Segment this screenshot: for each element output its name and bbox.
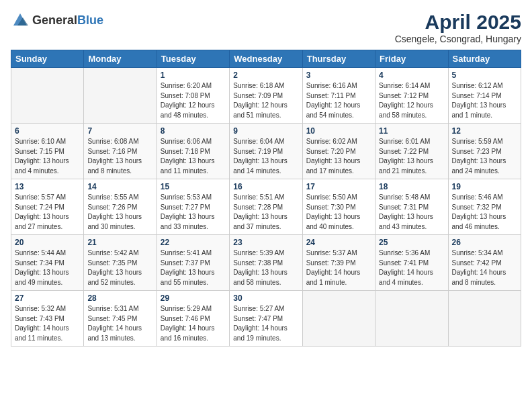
day-cell: 20Sunrise: 5:44 AM Sunset: 7:34 PM Dayli… xyxy=(11,235,84,291)
week-row-4: 20Sunrise: 5:44 AM Sunset: 7:34 PM Dayli… xyxy=(11,235,521,291)
day-cell: 4Sunrise: 6:14 AM Sunset: 7:12 PM Daylig… xyxy=(375,68,448,124)
day-number: 3 xyxy=(306,71,371,80)
day-number: 1 xyxy=(161,71,226,80)
day-detail: Sunrise: 5:39 AM Sunset: 7:38 PM Dayligh… xyxy=(233,248,298,287)
day-number: 20 xyxy=(15,238,80,247)
day-detail: Sunrise: 5:57 AM Sunset: 7:24 PM Dayligh… xyxy=(15,193,80,232)
day-cell: 11Sunrise: 6:01 AM Sunset: 7:22 PM Dayli… xyxy=(375,124,448,179)
day-number: 10 xyxy=(306,126,371,136)
day-cell: 7Sunrise: 6:08 AM Sunset: 7:16 PM Daylig… xyxy=(84,124,157,179)
title-block: April 2025 Csengele, Csongrad, Hungary xyxy=(395,11,521,44)
day-cell: 6Sunrise: 6:10 AM Sunset: 7:15 PM Daylig… xyxy=(11,124,84,179)
day-cell: 8Sunrise: 6:06 AM Sunset: 7:18 PM Daylig… xyxy=(157,124,229,179)
day-number: 21 xyxy=(87,238,152,247)
day-cell xyxy=(375,291,448,347)
day-cell: 28Sunrise: 5:31 AM Sunset: 7:45 PM Dayli… xyxy=(84,291,157,347)
calendar-table: SundayMondayTuesdayWednesdayThursdayFrid… xyxy=(11,50,521,347)
page-header: GeneralBlue April 2025 Csengele, Csongra… xyxy=(11,11,521,44)
day-cell: 25Sunrise: 5:36 AM Sunset: 7:41 PM Dayli… xyxy=(375,235,448,291)
day-detail: Sunrise: 6:16 AM Sunset: 7:11 PM Dayligh… xyxy=(306,81,371,120)
day-number: 14 xyxy=(87,182,152,191)
day-cell: 27Sunrise: 5:32 AM Sunset: 7:43 PM Dayli… xyxy=(11,291,84,347)
day-detail: Sunrise: 5:50 AM Sunset: 7:30 PM Dayligh… xyxy=(306,193,371,232)
logo-icon xyxy=(11,11,30,30)
day-detail: Sunrise: 5:36 AM Sunset: 7:41 PM Dayligh… xyxy=(379,248,444,287)
month-title: April 2025 xyxy=(395,11,521,34)
day-detail: Sunrise: 5:27 AM Sunset: 7:47 PM Dayligh… xyxy=(233,304,298,343)
day-detail: Sunrise: 5:51 AM Sunset: 7:28 PM Dayligh… xyxy=(233,193,298,232)
day-detail: Sunrise: 6:20 AM Sunset: 7:08 PM Dayligh… xyxy=(161,81,226,120)
day-cell: 21Sunrise: 5:42 AM Sunset: 7:35 PM Dayli… xyxy=(84,235,157,291)
location-title: Csengele, Csongrad, Hungary xyxy=(395,34,521,44)
day-detail: Sunrise: 6:06 AM Sunset: 7:18 PM Dayligh… xyxy=(161,137,226,176)
day-cell xyxy=(84,68,157,124)
weekday-header-monday: Monday xyxy=(84,50,157,68)
day-cell: 26Sunrise: 5:34 AM Sunset: 7:42 PM Dayli… xyxy=(448,235,521,291)
day-detail: Sunrise: 6:08 AM Sunset: 7:16 PM Dayligh… xyxy=(87,137,152,176)
day-detail: Sunrise: 5:42 AM Sunset: 7:35 PM Dayligh… xyxy=(87,248,152,287)
day-number: 8 xyxy=(161,126,226,136)
day-detail: Sunrise: 5:41 AM Sunset: 7:37 PM Dayligh… xyxy=(161,248,226,287)
day-cell: 12Sunrise: 5:59 AM Sunset: 7:23 PM Dayli… xyxy=(448,124,521,179)
day-number: 30 xyxy=(233,293,298,303)
day-detail: Sunrise: 5:31 AM Sunset: 7:45 PM Dayligh… xyxy=(87,304,152,343)
day-cell: 15Sunrise: 5:53 AM Sunset: 7:27 PM Dayli… xyxy=(157,179,229,235)
week-row-2: 6Sunrise: 6:10 AM Sunset: 7:15 PM Daylig… xyxy=(11,124,521,179)
day-detail: Sunrise: 6:12 AM Sunset: 7:14 PM Dayligh… xyxy=(452,81,517,120)
day-detail: Sunrise: 5:29 AM Sunset: 7:46 PM Dayligh… xyxy=(161,304,226,343)
day-cell xyxy=(448,291,521,347)
logo: GeneralBlue xyxy=(11,11,103,30)
day-cell: 9Sunrise: 6:04 AM Sunset: 7:19 PM Daylig… xyxy=(230,124,302,179)
day-detail: Sunrise: 5:37 AM Sunset: 7:39 PM Dayligh… xyxy=(306,248,371,287)
weekday-header-row: SundayMondayTuesdayWednesdayThursdayFrid… xyxy=(11,50,521,68)
day-detail: Sunrise: 6:14 AM Sunset: 7:12 PM Dayligh… xyxy=(379,81,444,120)
day-number: 5 xyxy=(452,71,517,80)
day-cell xyxy=(11,68,84,124)
day-number: 28 xyxy=(87,293,152,303)
day-detail: Sunrise: 5:59 AM Sunset: 7:23 PM Dayligh… xyxy=(452,137,517,176)
day-detail: Sunrise: 5:46 AM Sunset: 7:32 PM Dayligh… xyxy=(452,193,517,232)
day-number: 11 xyxy=(379,126,444,136)
day-number: 17 xyxy=(306,182,371,191)
day-cell: 29Sunrise: 5:29 AM Sunset: 7:46 PM Dayli… xyxy=(157,291,229,347)
day-cell: 1Sunrise: 6:20 AM Sunset: 7:08 PM Daylig… xyxy=(157,68,229,124)
day-number: 19 xyxy=(452,182,517,191)
day-cell: 13Sunrise: 5:57 AM Sunset: 7:24 PM Dayli… xyxy=(11,179,84,235)
week-row-5: 27Sunrise: 5:32 AM Sunset: 7:43 PM Dayli… xyxy=(11,291,521,347)
weekday-header-sunday: Sunday xyxy=(11,50,84,68)
day-detail: Sunrise: 5:48 AM Sunset: 7:31 PM Dayligh… xyxy=(379,193,444,232)
weekday-header-tuesday: Tuesday xyxy=(157,50,229,68)
weekday-header-thursday: Thursday xyxy=(302,50,375,68)
day-cell: 18Sunrise: 5:48 AM Sunset: 7:31 PM Dayli… xyxy=(375,179,448,235)
day-cell: 10Sunrise: 6:02 AM Sunset: 7:20 PM Dayli… xyxy=(302,124,375,179)
day-number: 12 xyxy=(452,126,517,136)
day-number: 16 xyxy=(233,182,298,191)
day-detail: Sunrise: 6:10 AM Sunset: 7:15 PM Dayligh… xyxy=(15,137,80,176)
day-number: 18 xyxy=(379,182,444,191)
day-number: 2 xyxy=(233,71,298,80)
weekday-header-friday: Friday xyxy=(375,50,448,68)
day-number: 22 xyxy=(161,238,226,247)
day-detail: Sunrise: 5:32 AM Sunset: 7:43 PM Dayligh… xyxy=(15,304,80,343)
day-detail: Sunrise: 6:02 AM Sunset: 7:20 PM Dayligh… xyxy=(306,137,371,176)
day-number: 29 xyxy=(161,293,226,303)
week-row-1: 1Sunrise: 6:20 AM Sunset: 7:08 PM Daylig… xyxy=(11,68,521,124)
day-cell: 14Sunrise: 5:55 AM Sunset: 7:26 PM Dayli… xyxy=(84,179,157,235)
day-cell: 30Sunrise: 5:27 AM Sunset: 7:47 PM Dayli… xyxy=(230,291,302,347)
day-cell: 19Sunrise: 5:46 AM Sunset: 7:32 PM Dayli… xyxy=(448,179,521,235)
day-detail: Sunrise: 6:01 AM Sunset: 7:22 PM Dayligh… xyxy=(379,137,444,176)
day-detail: Sunrise: 5:55 AM Sunset: 7:26 PM Dayligh… xyxy=(87,193,152,232)
weekday-header-wednesday: Wednesday xyxy=(230,50,302,68)
day-number: 26 xyxy=(452,238,517,247)
day-cell: 3Sunrise: 6:16 AM Sunset: 7:11 PM Daylig… xyxy=(302,68,375,124)
day-number: 23 xyxy=(233,238,298,247)
day-cell xyxy=(302,291,375,347)
day-cell: 23Sunrise: 5:39 AM Sunset: 7:38 PM Dayli… xyxy=(230,235,302,291)
day-number: 6 xyxy=(15,126,80,136)
day-number: 24 xyxy=(306,238,371,247)
logo-blue: Blue xyxy=(77,13,103,27)
day-number: 4 xyxy=(379,71,444,80)
day-cell: 2Sunrise: 6:18 AM Sunset: 7:09 PM Daylig… xyxy=(230,68,302,124)
day-detail: Sunrise: 5:53 AM Sunset: 7:27 PM Dayligh… xyxy=(161,193,226,232)
day-cell: 5Sunrise: 6:12 AM Sunset: 7:14 PM Daylig… xyxy=(448,68,521,124)
